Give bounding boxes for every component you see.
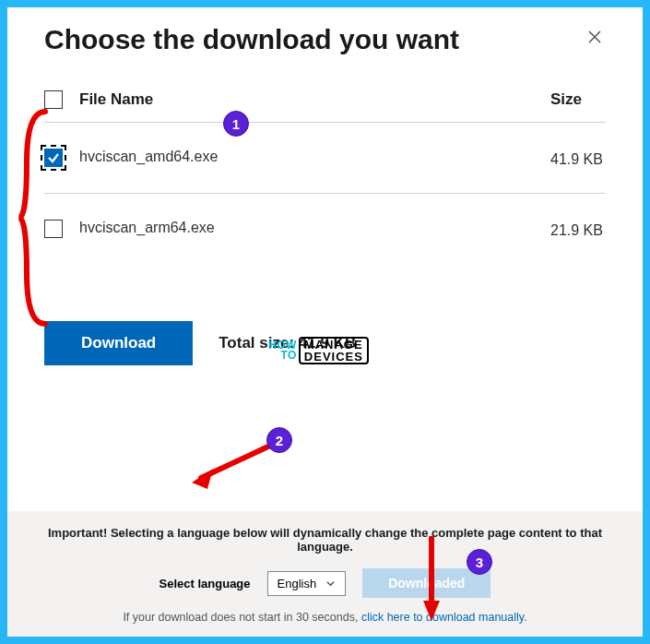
annotation-arrow-2 <box>187 441 279 496</box>
language-warning: Important! Selecting a language below wi… <box>35 526 615 554</box>
download-table: File Name Size hvciscan_amd64.exe 41.9 K… <box>44 90 606 264</box>
annotation-arrow-3 <box>422 536 441 624</box>
manual-download-prefix: If your download does not start in 30 se… <box>123 611 361 624</box>
select-language-label: Select language <box>160 577 251 590</box>
watermark-devices: DEVICES <box>304 351 363 363</box>
file-size: 41.9 KB <box>550 149 606 171</box>
annotation-step-2: 2 <box>266 427 292 453</box>
manual-download-line: If your download does not start in 30 se… <box>35 611 615 624</box>
file-name: hvciscan_arm64.exe <box>79 220 550 236</box>
chevron-down-icon <box>325 578 336 589</box>
language-select[interactable]: English <box>267 571 347 596</box>
table-row: hvciscan_amd64.exe 41.9 KB <box>44 123 606 194</box>
file-size: 21.9 KB <box>550 220 606 242</box>
annotation-step-3: 3 <box>467 549 492 575</box>
column-header-name: File Name <box>79 90 153 109</box>
dialog-title: Choose the download you want <box>44 24 459 55</box>
close-button[interactable] <box>584 24 606 53</box>
annotation-step-1: 1 <box>223 111 249 137</box>
manual-download-link[interactable]: click here to download manually <box>361 611 524 624</box>
table-header-row: File Name Size <box>44 90 606 123</box>
annotation-brace <box>18 107 54 328</box>
file-name: hvciscan_amd64.exe <box>79 149 550 165</box>
watermark-to: TO <box>268 351 297 361</box>
download-button[interactable]: Download <box>44 321 193 365</box>
selected-language: English <box>278 577 317 590</box>
select-all-checkbox[interactable] <box>44 90 63 109</box>
column-header-size: Size <box>550 90 606 109</box>
table-row: hvciscan_arm64.exe 21.9 KB <box>44 194 606 264</box>
close-icon <box>587 30 602 44</box>
watermark-logo: HOW TO MANAGE DEVICES <box>268 337 369 364</box>
